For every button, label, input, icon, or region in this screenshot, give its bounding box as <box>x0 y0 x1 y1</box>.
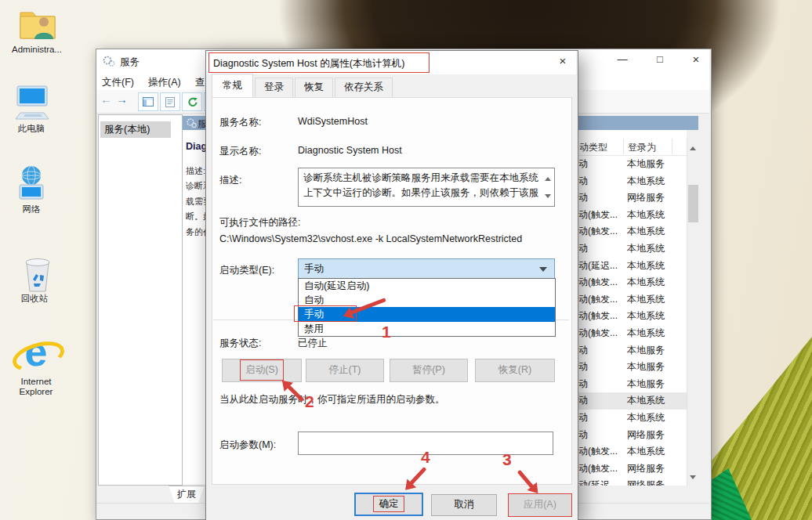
description-fragment-line: 诊断系 <box>186 180 205 195</box>
desktop-icon-recycle-bin[interactable] <box>20 255 55 296</box>
description-scroll-up-icon[interactable] <box>545 174 551 181</box>
service-startup-type-cell: 动(触发... <box>578 274 618 291</box>
service-name-label: 服务名称: <box>219 116 261 129</box>
maximize-button[interactable]: □ <box>647 52 672 69</box>
menu-item[interactable]: 文件(F) <box>99 74 137 91</box>
dropdown-option[interactable]: 禁用 <box>299 322 555 336</box>
description-fragment-line: 描述: <box>186 165 205 180</box>
service-startup-type-cell: 动 <box>578 173 588 190</box>
column-header-logon-as[interactable]: 登录为 <box>628 141 656 154</box>
service-startup-type-cell: 动(触发... <box>578 460 618 478</box>
chevron-down-icon <box>539 267 547 276</box>
path-value: C:\Windows\System32\svchost.exe -k Local… <box>219 233 522 244</box>
service-startup-type-cell: 动 <box>578 156 588 173</box>
service-logon-cell: 网络服务 <box>627 190 665 207</box>
service-startup-type-cell: 动 <box>578 392 588 410</box>
forward-icon[interactable]: → <box>116 92 128 106</box>
path-label: 可执行文件的路径: <box>219 216 300 229</box>
service-startup-type-cell: 动(触发... <box>578 308 618 325</box>
service-startup-type-cell: 动(延迟... <box>578 258 618 275</box>
annotation-number-2: 2 <box>305 392 314 411</box>
dropdown-option[interactable]: 自动(延迟启动) <box>299 279 555 293</box>
startup-type-selected-value: 手动 <box>299 259 554 276</box>
service-startup-type-cell: 动 <box>578 240 588 258</box>
column-header-startup-type[interactable]: 动类型 <box>579 141 607 154</box>
band-label-fragment: 服 <box>198 117 205 131</box>
show-console-tree-icon[interactable] <box>138 92 158 111</box>
desktop-icon-internet-explorer[interactable]: e <box>16 332 56 374</box>
administrator-folder-icon <box>18 31 57 45</box>
service-logon-cell: 网络服务 <box>627 427 665 444</box>
startup-params-label: 启动参数(M): <box>219 439 276 452</box>
dialog-tab[interactable]: 恢复 <box>295 78 333 97</box>
desktop-icon-this-pc[interactable] <box>13 83 51 127</box>
desktop-icon-this-pc-label: 此电脑 <box>6 124 56 134</box>
scrollbar-up-icon[interactable] <box>690 143 696 150</box>
service-startup-type-cell: 动 <box>578 427 588 444</box>
description-fragment-line: 务的任 <box>186 226 205 241</box>
description-fragment-line: 断。如 <box>186 211 205 226</box>
display-name-label: 显示名称: <box>219 145 261 158</box>
service-status-label: 服务状态: <box>219 337 261 350</box>
service-startup-type-cell: 动 <box>578 410 588 427</box>
refresh-icon[interactable] <box>182 92 202 111</box>
service-logon-cell: 本地系统 <box>627 308 665 325</box>
resume-button[interactable]: 恢复(R) <box>475 359 555 382</box>
internet-explorer-icon: e <box>16 332 56 374</box>
desktop-icon-network-label: 网络 <box>6 204 56 215</box>
desktop-icon-administrator-label: Administra... <box>6 45 67 55</box>
tab-extended[interactable]: 扩展 <box>169 486 205 503</box>
services-gear-icon <box>103 55 115 70</box>
service-startup-type-cell: 动 <box>578 359 588 376</box>
service-name-value: WdiSystemHost <box>298 116 368 127</box>
dialog-tabs: 常规登录恢复依存关系 <box>212 75 394 97</box>
service-status-value: 已停止 <box>298 337 328 350</box>
tree-item-services-local[interactable]: 服务(本地) <box>100 121 171 138</box>
console-tree-panel <box>98 114 183 486</box>
description-scroll-down-icon[interactable] <box>545 194 551 201</box>
annotation-number-3: 3 <box>502 450 512 469</box>
service-startup-type-cell: 动 <box>578 190 588 207</box>
services-close-button[interactable]: × <box>683 52 709 69</box>
dialog-tab[interactable]: 依存关系 <box>335 78 393 97</box>
desktop-icon-administrator[interactable] <box>17 5 58 45</box>
service-startup-type-cell: 动(触发... <box>578 291 618 309</box>
extended-panel-description-fragments: 描述:诊断系载需要断。如务的任 <box>186 165 205 241</box>
description-line-1: 诊断系统主机被诊断策略服务用来承载需要在本地系统 <box>299 168 554 186</box>
service-startup-type-cell: 动(延迟... <box>578 477 618 486</box>
scrollbar-thumb[interactable] <box>688 185 698 222</box>
service-startup-type-cell: 动(触发... <box>578 223 618 240</box>
desktop-icon-network[interactable] <box>13 164 50 207</box>
startup-params-hint: 当从此处启动服务时，你可指定所适用的启动参数。 <box>219 393 445 406</box>
extended-panel-heading-fragment: Diagn <box>186 141 205 152</box>
service-logon-cell: 本地系统 <box>627 443 665 460</box>
desktop-icon-internet-explorer-label: Internet Explorer <box>6 377 66 397</box>
menu-item[interactable]: 操作(A) <box>145 74 184 91</box>
pause-button[interactable]: 暂停(P) <box>390 359 468 382</box>
service-logon-cell: 本地系统 <box>627 223 665 240</box>
properties-icon[interactable] <box>160 92 180 111</box>
cancel-button[interactable]: 取消 <box>431 494 497 516</box>
dialog-tab[interactable]: 登录 <box>255 78 293 97</box>
service-logon-cell: 本地服务 <box>627 342 665 359</box>
description-box[interactable]: 诊断系统主机被诊断策略服务用来承载需要在本地系统 上下文中运行的诊断。如果停止该… <box>298 168 555 207</box>
minimize-button[interactable]: — <box>610 52 635 69</box>
dialog-close-button[interactable]: × <box>550 53 575 70</box>
stop-button[interactable]: 停止(T) <box>306 359 384 382</box>
desktop-icon-recycle-bin-label: 回收站 <box>9 294 60 304</box>
description-line-2: 上下文中运行的诊断。如果停止该服务，则依赖于该服 <box>299 186 554 200</box>
startup-type-combobox[interactable]: 手动 <box>298 258 555 280</box>
service-logon-cell: 本地系统 <box>627 173 665 190</box>
service-logon-cell: 本地服务 <box>627 376 665 393</box>
scrollbar-down-icon[interactable] <box>690 475 696 482</box>
description-fragment-line: 载需要 <box>186 196 205 211</box>
back-icon[interactable]: ← <box>100 92 112 106</box>
annotation-number-1: 1 <box>382 323 391 341</box>
service-logon-cell: 本地系统 <box>627 392 665 410</box>
annotation-number-4: 4 <box>421 448 430 467</box>
column-separator <box>672 139 672 154</box>
dialog-tab[interactable]: 常规 <box>212 74 253 98</box>
service-logon-cell: 本地系统 <box>627 207 665 224</box>
startup-type-label: 启动类型(E): <box>219 264 274 277</box>
annotation-rect-title <box>208 52 430 73</box>
